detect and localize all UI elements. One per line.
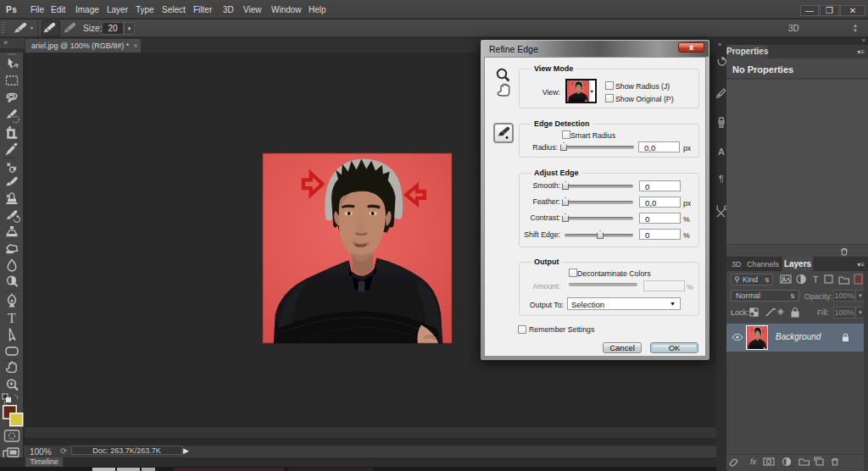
svg-text:T: T [8,311,16,325]
svg-text:¶: ¶ [719,174,724,184]
svg-text:fx: fx [750,457,757,466]
svg-text:A: A [718,147,725,157]
svg-text:T: T [813,274,819,285]
